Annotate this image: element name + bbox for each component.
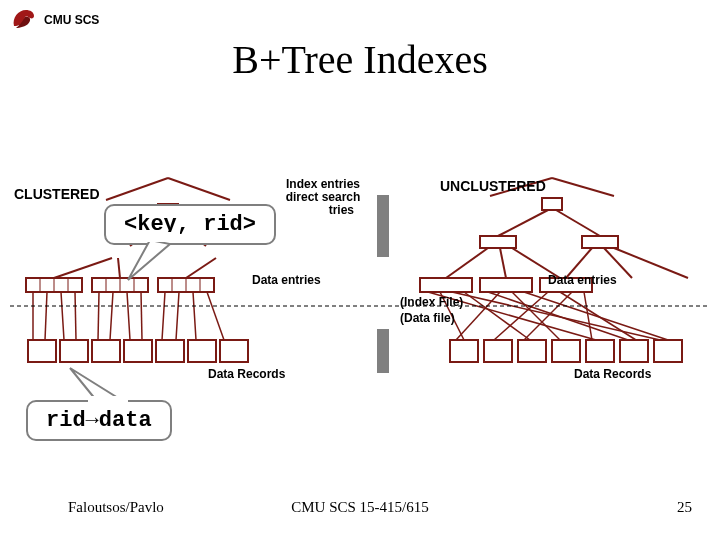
footer-page: 25	[677, 499, 692, 516]
footer-course: CMU SCS 15-415/615	[0, 499, 720, 516]
svg-rect-77	[140, 232, 180, 242]
svg-rect-78	[88, 396, 128, 404]
callout-tails	[0, 0, 720, 540]
